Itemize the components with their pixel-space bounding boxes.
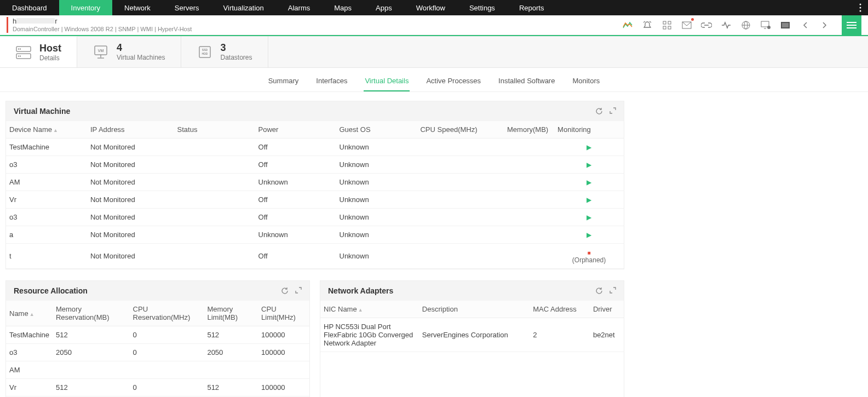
nav-alarms[interactable]: Alarms bbox=[276, 0, 322, 15]
vm-col-header[interactable]: Status bbox=[174, 121, 255, 139]
hamburger-menu[interactable] bbox=[842, 15, 861, 35]
refresh-icon[interactable] bbox=[595, 287, 603, 295]
vm-widget-title: Virtual Machine bbox=[14, 107, 70, 116]
vm-col-header[interactable]: IP Address bbox=[87, 121, 174, 139]
tab-vms[interactable]: VM 4 Virtual Machines bbox=[77, 36, 181, 67]
vm-col-header[interactable]: Memory(MB) bbox=[504, 121, 554, 139]
nav-apps[interactable]: Apps bbox=[364, 0, 404, 15]
na-col-header[interactable]: Driver bbox=[590, 301, 624, 318]
nav-workflow[interactable]: Workflow bbox=[404, 0, 457, 15]
table-row[interactable]: V rNot MonitoredOffUnknown▶ bbox=[6, 191, 624, 209]
nav-network[interactable]: Network bbox=[112, 0, 163, 15]
nav-dashboard[interactable]: Dashboard bbox=[0, 0, 59, 15]
svg-rect-13 bbox=[761, 21, 769, 27]
ra-widget-title: Resource Allocation bbox=[14, 286, 88, 295]
vm-table: Device Name▲IP AddressStatusPowerGuest O… bbox=[6, 121, 624, 269]
na-col-header[interactable]: MAC Address bbox=[530, 301, 590, 318]
tab-ds-count: 3 bbox=[221, 42, 252, 54]
monitor-alert-icon[interactable] bbox=[760, 19, 772, 31]
grid-icon[interactable] bbox=[661, 19, 673, 31]
table-row[interactable]: V r5120512100000 bbox=[6, 379, 309, 396]
alarm-icon[interactable] bbox=[641, 19, 653, 31]
na-widget-title: Network Adapters bbox=[328, 286, 393, 295]
inner-tab-virtual-details[interactable]: Virtual Details bbox=[364, 73, 410, 91]
tab-datastores[interactable]: SSDHDD 3 Datastores bbox=[181, 36, 268, 67]
expand-icon[interactable] bbox=[610, 107, 616, 115]
ra-col-header[interactable]: Memory Reservation(MB) bbox=[53, 301, 130, 326]
network-adapters-widget: Network Adapters NIC Name▲DescriptionMAC… bbox=[320, 280, 624, 397]
nav-servers[interactable]: Servers bbox=[163, 0, 211, 15]
vm-col-header[interactable]: Device Name▲ bbox=[6, 121, 87, 139]
chart-icon[interactable] bbox=[622, 19, 634, 31]
ra-col-header[interactable]: CPU Limit(MHz) bbox=[258, 301, 309, 326]
inner-tab-installed-software[interactable]: Installed Software bbox=[497, 73, 556, 91]
svg-text:HDD: HDD bbox=[202, 52, 208, 55]
device-title: hr bbox=[13, 17, 192, 26]
nav-more-icon[interactable] bbox=[856, 0, 865, 15]
ra-col-header[interactable]: Memory Limit(MB) bbox=[204, 301, 258, 326]
table-row[interactable]: t Not MonitoredOffUnknown■(Orphaned) bbox=[6, 244, 624, 269]
refresh-icon[interactable] bbox=[281, 287, 289, 295]
table-row[interactable]: a Not MonitoredUnknownUnknown▶ bbox=[6, 226, 624, 244]
svg-rect-5 bbox=[663, 21, 666, 24]
header-toolbar bbox=[622, 15, 861, 35]
ra-col-header[interactable]: Name▲ bbox=[6, 301, 53, 326]
tab-ds-sub: Datastores bbox=[221, 54, 252, 61]
table-row[interactable]: o 3Not MonitoredOffUnknown▶ bbox=[6, 156, 624, 174]
ra-table: Name▲Memory Reservation(MB)CPU Reservati… bbox=[6, 301, 309, 397]
vm-col-header[interactable]: Guest OS bbox=[336, 121, 417, 139]
inner-tab-active-processes[interactable]: Active Processes bbox=[425, 73, 482, 91]
vm-icon: VM bbox=[93, 44, 109, 60]
link-icon[interactable] bbox=[700, 19, 712, 31]
svg-point-25 bbox=[18, 55, 19, 56]
vm-col-header[interactable]: Monitoring bbox=[554, 121, 624, 139]
vm-widget: Virtual Machine Device Name▲IP AddressSt… bbox=[5, 101, 624, 269]
svg-point-1 bbox=[860, 7, 861, 9]
tab-host-title: Host bbox=[39, 43, 61, 54]
refresh-icon[interactable] bbox=[595, 107, 603, 115]
svg-line-4 bbox=[649, 21, 651, 22]
datastore-icon: SSDHDD bbox=[197, 44, 213, 60]
nav-reports[interactable]: Reports bbox=[507, 0, 556, 15]
table-row[interactable]: A M bbox=[6, 361, 309, 379]
svg-rect-6 bbox=[668, 21, 671, 24]
table-row[interactable]: TestMachineNot MonitoredOffUnknown▶ bbox=[6, 139, 624, 156]
table-row[interactable]: o 3Not MonitoredOffUnknown▶ bbox=[6, 209, 624, 226]
table-row[interactable]: o 3205002050100000 bbox=[6, 344, 309, 361]
svg-text:SSD: SSD bbox=[202, 48, 208, 51]
svg-rect-17 bbox=[782, 23, 789, 27]
resource-allocation-widget: Resource Allocation Name▲Memory Reservat… bbox=[5, 280, 310, 397]
table-row[interactable]: HP NC553i Dual Port FlexFabric 10Gb Conv… bbox=[320, 318, 624, 352]
na-table: NIC Name▲DescriptionMAC AddressDriver HP… bbox=[320, 301, 624, 352]
vm-col-header[interactable]: Power bbox=[255, 121, 336, 139]
device-subtitle: DomainController | Windows 2008 R2 | SNM… bbox=[13, 26, 192, 33]
host-icon bbox=[15, 44, 32, 61]
svg-point-0 bbox=[860, 4, 861, 5]
nav-inventory[interactable]: Inventory bbox=[59, 0, 112, 15]
tab-vms-sub: Virtual Machines bbox=[117, 54, 165, 61]
next-icon[interactable] bbox=[819, 19, 831, 31]
na-col-header[interactable]: Description bbox=[419, 301, 530, 318]
svg-line-3 bbox=[643, 21, 645, 22]
screen-icon[interactable] bbox=[779, 19, 791, 31]
nav-settings[interactable]: Settings bbox=[457, 0, 507, 15]
vm-col-header[interactable]: CPU Speed(MHz) bbox=[417, 121, 504, 139]
inner-tab-interfaces[interactable]: Interfaces bbox=[315, 73, 348, 91]
ra-col-header[interactable]: CPU Reservation(MHz) bbox=[130, 301, 204, 326]
inner-tab-monitors[interactable]: Monitors bbox=[571, 73, 601, 91]
prev-icon[interactable] bbox=[799, 19, 811, 31]
nav-maps[interactable]: Maps bbox=[322, 0, 364, 15]
table-row[interactable]: TestMachine5120512100000 bbox=[6, 326, 309, 344]
nav-virtualization[interactable]: Virtualization bbox=[211, 0, 276, 15]
section-tabs: Host Details VM 4 Virtual Machines SSDHD… bbox=[0, 35, 868, 68]
expand-icon[interactable] bbox=[295, 287, 302, 295]
expand-icon[interactable] bbox=[610, 287, 616, 295]
activity-icon[interactable] bbox=[720, 19, 732, 31]
mail-icon[interactable] bbox=[681, 19, 693, 31]
table-row[interactable]: A MNot MonitoredUnknownUnknown▶ bbox=[6, 174, 624, 191]
inner-tab-summary[interactable]: Summary bbox=[267, 73, 300, 91]
tab-host[interactable]: Host Details bbox=[0, 36, 77, 67]
svg-point-26 bbox=[20, 55, 21, 56]
globe-icon[interactable] bbox=[740, 19, 752, 31]
na-col-header[interactable]: NIC Name▲ bbox=[320, 301, 419, 318]
